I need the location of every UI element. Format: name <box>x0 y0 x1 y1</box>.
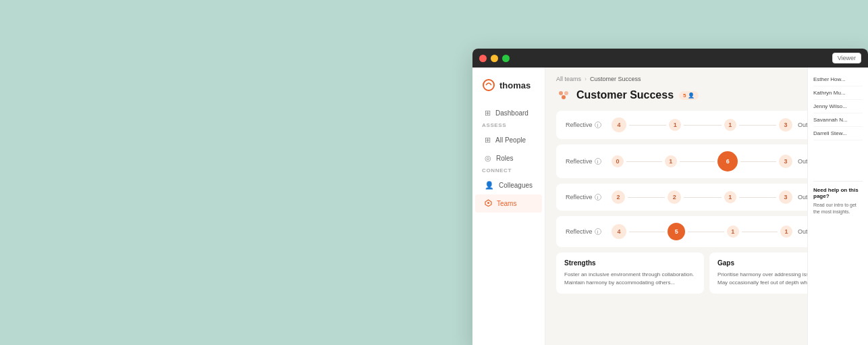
svg-point-2 <box>487 202 489 204</box>
score-line <box>629 232 665 232</box>
viewer-badge: Viewer <box>832 53 861 63</box>
people-icon: ⊞ <box>485 136 491 144</box>
info-icon-4[interactable]: i <box>595 228 601 235</box>
thomas-logo-icon <box>482 78 495 92</box>
help-text: Read our intro to get the most insights. <box>813 202 863 215</box>
sidebar: thomas ⊞ Dashboard ASSESS ⊞ All People ◎… <box>472 68 545 345</box>
right-name-2: Kathryn Mu... <box>813 86 863 100</box>
sidebar-item-label: Dashboard <box>495 109 528 117</box>
member-badge: 5 👤 <box>679 91 699 100</box>
left-label-4: Reflective i <box>566 228 606 235</box>
score-line <box>684 197 721 198</box>
svg-point-0 <box>483 80 494 90</box>
score-line <box>629 125 666 126</box>
help-panel: Need help on this page? Read our intro t… <box>813 181 863 215</box>
bubble-3-0: 2 <box>612 190 625 204</box>
logo-text: thomas <box>499 80 531 90</box>
bubble-3-1: 2 <box>668 190 681 204</box>
strengths-text-2: Maintain harmony by accommodating others… <box>564 279 696 287</box>
bubble-4-2: 1 <box>727 225 739 238</box>
teams-icon <box>485 199 492 208</box>
help-title: Need help on this page? <box>813 187 863 199</box>
score-line <box>739 125 776 126</box>
score-bar-1: 4 1 1 3 <box>612 117 792 132</box>
score-line <box>626 161 662 162</box>
close-button[interactable] <box>479 55 487 62</box>
sidebar-item-label: Colleagues <box>499 182 533 189</box>
assess-section-label: ASSESS <box>472 122 545 131</box>
logo-area: thomas <box>472 78 545 104</box>
bubble-2-1: 1 <box>665 155 677 167</box>
sidebar-item-dashboard[interactable]: ⊞ Dashboard <box>475 104 542 122</box>
bubble-4-0: 4 <box>612 224 626 239</box>
bubble-2-2: 6 <box>717 151 738 171</box>
score-line <box>628 197 665 198</box>
colleagues-icon: 👤 <box>485 181 494 190</box>
svg-point-5 <box>562 95 566 99</box>
breadcrumb-current: Customer Success <box>590 76 641 82</box>
dashboard-icon: ⊞ <box>485 109 491 117</box>
sidebar-item-label: Teams <box>497 200 516 207</box>
right-name-5: Darrell Stew... <box>813 127 863 140</box>
bubble-3-2: 1 <box>724 191 736 203</box>
svg-point-3 <box>559 91 563 95</box>
score-bar-3: 2 2 1 3 <box>612 190 792 204</box>
right-names-panel: Esther How... Kathryn Mu... Jenny Wilso.… <box>807 68 868 345</box>
roles-icon: ◎ <box>485 154 491 163</box>
bubble-3-3: 3 <box>779 190 792 204</box>
strengths-text-1: Foster an inclusive environment through … <box>564 271 696 279</box>
bubble-1-3: 3 <box>779 118 792 132</box>
right-name-3: Jenny Wilso... <box>813 100 863 113</box>
left-label-3: Reflective i <box>566 194 606 201</box>
page-title: Customer Success <box>576 89 674 101</box>
score-line <box>740 161 776 162</box>
bubble-2-0: 0 <box>612 155 624 167</box>
bubble-4-3: 1 <box>780 225 792 238</box>
score-line <box>739 197 776 198</box>
browser-titlebar: Viewer <box>472 49 868 68</box>
sidebar-item-label: All People <box>495 136 526 144</box>
score-line <box>742 232 778 232</box>
bubble-1-0: 4 <box>612 117 626 132</box>
score-bar-2: 0 1 6 3 <box>612 151 792 171</box>
team-icon <box>556 88 571 103</box>
info-icon-2[interactable]: i <box>595 158 601 165</box>
right-name-4: Savannah N... <box>813 113 863 127</box>
sidebar-item-colleagues[interactable]: 👤 Colleagues <box>475 176 542 194</box>
sidebar-item-all-people[interactable]: ⊞ All People <box>475 131 542 149</box>
info-icon-1[interactable]: i <box>595 122 601 128</box>
score-line <box>688 232 724 232</box>
left-label-2: Reflective i <box>566 158 606 165</box>
bubble-1-1: 1 <box>669 119 681 131</box>
score-bar-4: 4 5 1 1 <box>612 223 792 240</box>
sidebar-item-label: Roles <box>496 155 514 162</box>
connect-section-label: CONNECT <box>472 167 545 176</box>
maximize-button[interactable] <box>502 55 510 62</box>
info-icon-3[interactable]: i <box>595 194 601 201</box>
page-title-row: Customer Success 5 👤 <box>556 88 699 103</box>
bubble-1-2: 1 <box>724 119 736 131</box>
strengths-title: Strengths <box>564 259 696 267</box>
score-line <box>684 125 721 126</box>
right-name-1: Esther How... <box>813 73 863 86</box>
left-label-1: Reflective i <box>566 122 606 128</box>
sidebar-item-roles[interactable]: ◎ Roles <box>475 149 542 167</box>
bubble-2-3: 3 <box>779 155 792 168</box>
minimize-button[interactable] <box>491 55 498 62</box>
svg-point-4 <box>564 91 568 95</box>
breadcrumb-parent[interactable]: All teams <box>556 76 581 82</box>
bubble-4-1: 5 <box>668 223 685 240</box>
sidebar-item-teams[interactable]: Teams <box>475 194 542 213</box>
breadcrumb-separator: › <box>585 76 587 82</box>
strengths-card: Strengths Foster an inclusive environmen… <box>556 253 704 294</box>
score-line <box>680 161 715 162</box>
